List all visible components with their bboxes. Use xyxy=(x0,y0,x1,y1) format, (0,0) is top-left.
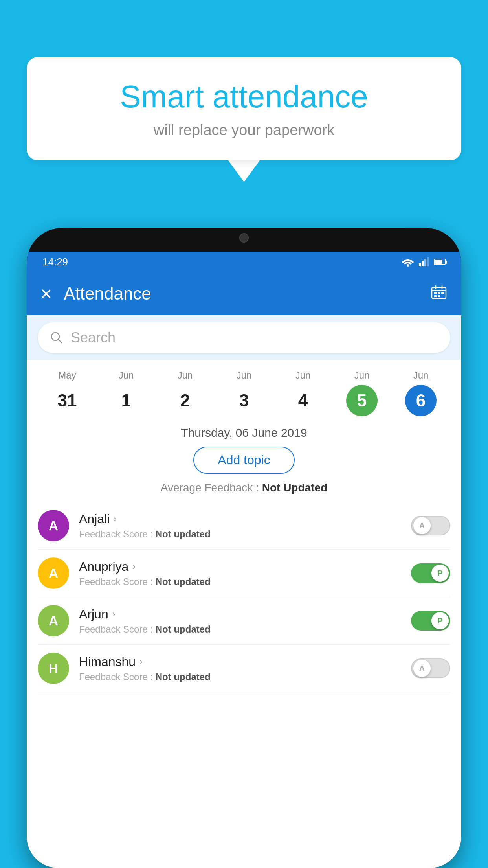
calendar-day-3[interactable]: Jun 3 xyxy=(215,370,273,416)
calendar-day-4[interactable]: Jun 4 xyxy=(273,370,332,416)
attendance-toggle-3[interactable]: A xyxy=(411,658,450,678)
cal-month: Jun xyxy=(332,370,391,381)
calendar-icon[interactable] xyxy=(430,283,448,304)
phone-notch-area xyxy=(27,228,461,252)
search-bar[interactable]: Search xyxy=(38,322,450,353)
student-name-0[interactable]: Anjali › xyxy=(79,512,401,526)
toggle-knob-1: P xyxy=(431,565,449,582)
chevron-icon: › xyxy=(114,513,117,524)
phone-camera xyxy=(239,233,249,243)
speech-bubble-container: Smart attendance will replace your paper… xyxy=(27,57,461,182)
calendar-day-1[interactable]: Jun 1 xyxy=(97,370,156,416)
calendar-day-5[interactable]: Jun 5 xyxy=(332,370,391,416)
signal-icon xyxy=(419,257,429,266)
toggle-knob-2: P xyxy=(431,612,449,629)
svg-rect-11 xyxy=(441,292,444,294)
app-bar-title: Attendance xyxy=(64,284,430,303)
status-bar: 14:29 xyxy=(27,252,461,272)
student-info-0: Anjali › Feedback Score : Not updated xyxy=(79,512,401,540)
svg-point-0 xyxy=(407,264,409,267)
battery-icon xyxy=(434,259,446,265)
student-info-2: Arjun › Feedback Score : Not updated xyxy=(79,607,401,635)
status-time: 14:29 xyxy=(42,256,68,268)
student-info-1: Anupriya › Feedback Score : Not updated xyxy=(79,559,401,587)
add-topic-button[interactable]: Add topic xyxy=(193,447,294,474)
cal-date: 3 xyxy=(228,385,260,416)
cal-date: 31 xyxy=(51,385,83,416)
search-bar-container: Search xyxy=(27,315,461,360)
student-feedback-3: Feedback Score : Not updated xyxy=(79,671,401,682)
status-icons xyxy=(402,257,446,267)
cal-month: Jun xyxy=(97,370,156,381)
phone-screen: Search May 31 Jun 1 Jun 2 Jun 3 Jun 4 Ju… xyxy=(27,315,461,868)
chevron-icon: › xyxy=(112,609,116,620)
student-item-3: H Himanshu › Feedback Score : Not update… xyxy=(38,645,450,692)
student-avatar-2: A xyxy=(38,605,69,636)
phone-notch xyxy=(220,228,268,248)
svg-line-15 xyxy=(58,339,62,343)
cal-date: 5 xyxy=(346,385,378,416)
phone-frame: 14:29 × Attendance xyxy=(27,228,461,868)
svg-rect-13 xyxy=(438,295,440,297)
student-feedback-0: Feedback Score : Not updated xyxy=(79,529,401,540)
cal-month: Jun xyxy=(156,370,215,381)
attendance-toggle-0[interactable]: A xyxy=(411,516,450,535)
svg-rect-10 xyxy=(438,292,440,294)
calendar-day-0[interactable]: May 31 xyxy=(38,370,97,416)
calendar-day-2[interactable]: Jun 2 xyxy=(156,370,215,416)
chevron-icon: › xyxy=(139,656,143,667)
cal-month: May xyxy=(38,370,97,381)
search-placeholder: Search xyxy=(71,329,116,346)
attendance-toggle-1[interactable]: P xyxy=(411,563,450,583)
svg-rect-1 xyxy=(419,263,421,266)
cal-month: Jun xyxy=(391,370,450,381)
speech-bubble-tail xyxy=(228,160,260,182)
avg-feedback-label: Average Feedback : xyxy=(161,482,259,494)
calendar-day-6[interactable]: Jun 6 xyxy=(391,370,450,416)
student-avatar-1: A xyxy=(38,557,69,589)
svg-rect-3 xyxy=(424,259,426,266)
chevron-icon: › xyxy=(132,561,136,572)
cal-date: 4 xyxy=(287,385,319,416)
selected-date-label: Thursday, 06 June 2019 xyxy=(27,426,461,440)
student-item-2: A Arjun › Feedback Score : Not updated P xyxy=(38,597,450,645)
student-feedback-2: Feedback Score : Not updated xyxy=(79,624,401,635)
close-button[interactable]: × xyxy=(40,284,52,303)
toggle-knob-0: A xyxy=(413,517,431,534)
student-name-1[interactable]: Anupriya › xyxy=(79,559,401,574)
avg-feedback: Average Feedback : Not Updated xyxy=(27,482,461,494)
cal-date: 6 xyxy=(405,385,437,416)
student-name-2[interactable]: Arjun › xyxy=(79,607,401,622)
cal-month: Jun xyxy=(273,370,332,381)
cal-date: 1 xyxy=(110,385,142,416)
student-item-0: A Anjali › Feedback Score : Not updated … xyxy=(38,502,450,550)
calendar-row: May 31 Jun 1 Jun 2 Jun 3 Jun 4 Jun 5 Jun… xyxy=(27,360,461,416)
student-list: A Anjali › Feedback Score : Not updated … xyxy=(27,502,461,692)
speech-bubble-subtitle: will replace your paperwork xyxy=(50,122,438,139)
cal-date: 2 xyxy=(169,385,201,416)
student-item-1: A Anupriya › Feedback Score : Not update… xyxy=(38,550,450,597)
student-name-3[interactable]: Himanshu › xyxy=(79,655,401,669)
wifi-icon xyxy=(402,257,414,267)
student-avatar-3: H xyxy=(38,653,69,684)
avg-feedback-value: Not Updated xyxy=(262,482,327,494)
student-feedback-1: Feedback Score : Not updated xyxy=(79,576,401,587)
svg-rect-12 xyxy=(434,295,437,297)
student-info-3: Himanshu › Feedback Score : Not updated xyxy=(79,655,401,682)
search-icon xyxy=(50,331,64,345)
toggle-knob-3: A xyxy=(413,660,431,677)
student-avatar-0: A xyxy=(38,510,69,541)
svg-rect-4 xyxy=(427,257,429,266)
svg-rect-9 xyxy=(434,292,437,294)
speech-bubble: Smart attendance will replace your paper… xyxy=(27,57,461,160)
app-bar: × Attendance xyxy=(27,272,461,315)
speech-bubble-title: Smart attendance xyxy=(50,79,438,115)
attendance-toggle-2[interactable]: P xyxy=(411,611,450,631)
svg-rect-2 xyxy=(422,261,424,266)
cal-month: Jun xyxy=(215,370,273,381)
